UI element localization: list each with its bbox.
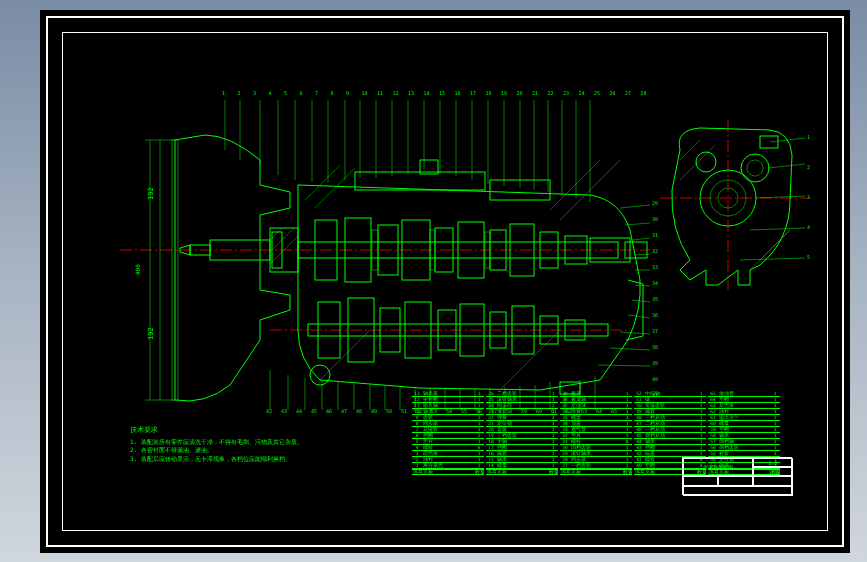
- part-label-right: 29: [652, 200, 658, 206]
- bom-column: 26二档齿轮125滚针轴承124同步环223滑套122弹簧321定位销320齿毂…: [486, 391, 558, 475]
- svg-line-77: [620, 205, 650, 208]
- dim-upper: 192: [147, 187, 155, 200]
- part-label-bottom: 44: [296, 408, 302, 414]
- svg-line-127: [740, 258, 805, 260]
- svg-line-48: [315, 168, 355, 208]
- part-label-end: 1: [807, 134, 810, 140]
- part-label-top: 4: [269, 90, 272, 96]
- part-label-bottom: 42: [266, 408, 272, 414]
- part-label-bottom: 45: [311, 408, 317, 414]
- svg-line-126: [750, 228, 805, 230]
- part-label-right: 34: [652, 280, 658, 286]
- part-label-right: 33: [652, 264, 658, 270]
- part-label-right: 30: [652, 216, 658, 222]
- part-label-top: 25: [594, 90, 600, 96]
- bom-header: 序号名称数量: [560, 469, 632, 475]
- svg-line-78: [625, 223, 650, 225]
- part-label-top: 21: [532, 90, 538, 96]
- svg-line-86: [610, 348, 650, 350]
- svg-point-117: [696, 152, 716, 172]
- part-label-end: 3: [807, 194, 810, 200]
- main-section-view: 400 192 192: [120, 80, 650, 410]
- bom-and-titleblock: 13轴承盖112密封圈111输入轴110轴承29齿轮18同步器17花键套16挡圈…: [412, 375, 792, 495]
- part-label-right: 39: [652, 360, 658, 366]
- part-label-end: 4: [807, 224, 810, 230]
- svg-line-51: [320, 330, 370, 380]
- part-label-top: 19: [501, 90, 507, 96]
- note-line-3: 3. 装配后应转动灵活，无卡滞现象，各档位应能顺利换档。: [130, 455, 430, 463]
- svg-line-122: [750, 230, 790, 270]
- part-label-right: 37: [652, 328, 658, 334]
- part-label-bottom: 43: [281, 408, 287, 414]
- part-label-top: 7: [315, 90, 318, 96]
- part-label-top: 2: [238, 90, 241, 96]
- part-label-top: 10: [362, 90, 368, 96]
- svg-line-14: [270, 236, 298, 264]
- technical-notes: 技术要求 1. 装配前所有零件应清洗干净，不得有毛刺、污物及其它杂质。 2. 各…: [130, 426, 430, 463]
- bom-column: 39拨叉138拨叉轴137定位球336弹簧335螺塞334顶盖133通气塞132…: [560, 391, 632, 475]
- part-label-right: 35: [652, 296, 658, 302]
- part-label-end: 5: [807, 254, 810, 260]
- part-label-top: 27: [625, 90, 631, 96]
- part-label-right: 32: [652, 248, 658, 254]
- leaders-top: [225, 100, 590, 202]
- part-label-right: 38: [652, 344, 658, 350]
- drawing-title: 变速器装配图: [683, 458, 753, 476]
- cad-viewport[interactable]: 400 192 192: [40, 10, 850, 553]
- part-label-top: 13: [408, 90, 414, 96]
- svg-line-123: [770, 138, 805, 142]
- part-label-top: 1: [222, 90, 225, 96]
- title-block: 变速器装配图 1:2 1/1: [682, 457, 792, 495]
- part-label-bottom: 47: [341, 408, 347, 414]
- notes-heading: 技术要求: [130, 426, 430, 436]
- note-line-2: 2. 各密封面不得漏油、渗油。: [130, 446, 430, 454]
- svg-point-116: [747, 160, 763, 176]
- dim-lower: 192: [147, 327, 155, 340]
- part-label-top: 20: [517, 90, 523, 96]
- part-label-top: 11: [377, 90, 383, 96]
- svg-line-83: [632, 300, 650, 302]
- svg-line-84: [628, 315, 650, 318]
- svg-rect-118: [760, 136, 778, 148]
- part-label-right: 36: [652, 312, 658, 318]
- svg-line-80: [635, 254, 650, 255]
- part-label-top: 14: [424, 90, 430, 96]
- part-label-bottom: 49: [371, 408, 377, 414]
- part-label-bottom: 48: [356, 408, 362, 414]
- svg-point-46: [310, 365, 330, 385]
- svg-line-47: [305, 165, 340, 200]
- part-label-top: 24: [579, 90, 585, 96]
- drawing-area: 400 192 192: [70, 40, 820, 523]
- part-label-top: 12: [393, 90, 399, 96]
- part-label-top: 22: [548, 90, 554, 96]
- footer-cell: [683, 486, 793, 496]
- part-label-bottom: 50: [386, 408, 392, 414]
- leaders-right: [598, 205, 650, 366]
- end-view: 12345: [660, 120, 810, 290]
- svg-line-120: [680, 145, 715, 180]
- part-label-top: 17: [470, 90, 476, 96]
- part-label-bottom: 51: [401, 408, 407, 414]
- part-label-top: 8: [331, 90, 334, 96]
- part-label-top: 26: [610, 90, 616, 96]
- bom-header: 序号名称数量: [412, 469, 484, 475]
- bom-header: 序号名称数量: [486, 469, 558, 475]
- svg-point-115: [741, 154, 769, 182]
- note-line-1: 1. 装配前所有零件应清洗干净，不得有毛刺、污物及其它杂质。: [130, 438, 430, 446]
- part-label-top: 23: [563, 90, 569, 96]
- part-label-top: 3: [253, 90, 256, 96]
- svg-line-124: [768, 164, 805, 168]
- svg-line-87: [598, 365, 650, 366]
- sheet-cell: 1/1: [753, 467, 793, 476]
- part-label-top: 15: [439, 90, 445, 96]
- part-label-top: 9: [346, 90, 349, 96]
- scale-cell: 1:2: [753, 458, 793, 467]
- part-label-top: 28: [641, 90, 647, 96]
- material-cell: [753, 476, 793, 486]
- bom-column: 13轴承盖112密封圈111输入轴110轴承29齿轮18同步器17花键套16挡圈…: [412, 391, 484, 475]
- part-label-top: 16: [455, 90, 461, 96]
- checked-label: [718, 476, 753, 486]
- part-label-top: 18: [486, 90, 492, 96]
- part-label-top: 5: [284, 90, 287, 96]
- svg-line-79: [632, 238, 650, 240]
